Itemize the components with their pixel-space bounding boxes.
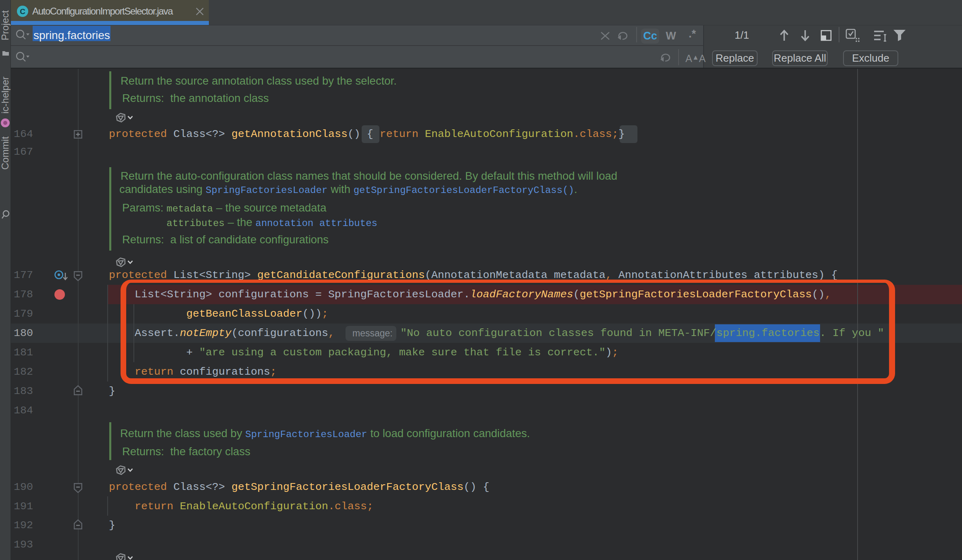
svg-text:C: C (20, 7, 25, 16)
